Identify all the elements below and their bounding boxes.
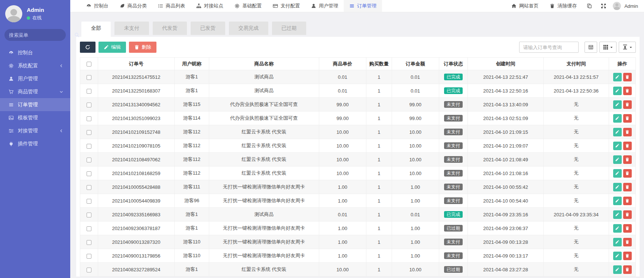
row-edit-button[interactable]: [613, 100, 622, 109]
row-checkbox[interactable]: [87, 268, 91, 272]
row-delete-button[interactable]: [623, 238, 632, 246]
row-checkbox[interactable]: [87, 254, 91, 259]
row-edit-button[interactable]: [613, 169, 622, 178]
delete-button[interactable]: 删除: [129, 42, 156, 53]
search-icon[interactable]: [74, 32, 80, 38]
created-time-cell: 2021-04-13 22:51:47: [468, 70, 543, 84]
sidebar-item-6[interactable]: 对接管理: [0, 124, 70, 137]
quantity-cell: 1: [366, 98, 392, 111]
nav-item-2[interactable]: 商品列表: [152, 0, 191, 12]
tab-4[interactable]: 交易完成: [229, 22, 268, 35]
row-edit-button[interactable]: [613, 128, 622, 136]
layout-grid-button[interactable]: [599, 42, 617, 53]
row-delete-button[interactable]: [623, 100, 632, 109]
nav-item-4[interactable]: 基础配置: [229, 0, 267, 12]
template-icon: [8, 115, 14, 120]
row-edit-button[interactable]: [613, 197, 622, 205]
row-checkbox[interactable]: [87, 75, 91, 80]
row-edit-button[interactable]: [613, 238, 622, 246]
row-checkbox[interactable]: [87, 199, 91, 204]
menu-search-input[interactable]: [9, 32, 74, 38]
sidebar-item-5[interactable]: 模板管理: [0, 111, 70, 124]
status-cell: 未支付: [439, 180, 468, 194]
row-delete-button[interactable]: [623, 169, 632, 178]
row-checkbox[interactable]: [87, 226, 91, 231]
sidebar-item-7[interactable]: 插件管理: [0, 137, 70, 150]
sidebar-item-1[interactable]: 系统配置: [0, 59, 70, 72]
row-select-cell: [80, 180, 98, 194]
row-edit-button[interactable]: [613, 252, 622, 260]
table-row-1: 202104132250168307游客1测试商品0.0110.01已完成202…: [80, 84, 636, 98]
row-delete-button[interactable]: [623, 265, 632, 274]
expand-button[interactable]: [596, 0, 611, 12]
row-checkbox[interactable]: [87, 89, 91, 94]
row-edit-button[interactable]: [613, 142, 622, 150]
row-checkbox[interactable]: [87, 144, 91, 149]
select-all-checkbox[interactable]: [87, 62, 91, 67]
tab-5[interactable]: 已过期: [272, 22, 307, 35]
unit-price-cell: 1.00: [319, 194, 366, 208]
tab-0[interactable]: 全部: [81, 22, 111, 37]
avatar[interactable]: [5, 5, 22, 22]
row-delete-button[interactable]: [623, 87, 632, 95]
row-checkbox[interactable]: [87, 185, 91, 190]
export-button[interactable]: [619, 42, 636, 53]
row-checkbox[interactable]: [87, 158, 91, 162]
order-search-input[interactable]: [519, 42, 579, 53]
nav-right-link-0[interactable]: 网站首页: [506, 0, 544, 12]
row-checkbox[interactable]: [87, 130, 91, 135]
sidebar-item-3[interactable]: 商品管理: [0, 85, 70, 98]
row-checkbox[interactable]: [87, 240, 91, 245]
row-checkbox[interactable]: [87, 171, 91, 176]
row-edit-button[interactable]: [613, 224, 622, 233]
sidebar-item-4[interactable]: 订单管理: [0, 98, 70, 111]
row-edit-button[interactable]: [613, 155, 622, 164]
row-edit-button[interactable]: [613, 210, 622, 219]
actions-cell: [609, 70, 636, 84]
tab-2[interactable]: 代发货: [153, 22, 187, 35]
nav-item-5[interactable]: 支付配置: [267, 0, 305, 12]
row-delete-button[interactable]: [623, 183, 632, 191]
tab-1[interactable]: 未支付: [114, 22, 149, 35]
filter-columns-button[interactable]: [585, 42, 597, 53]
edit-button[interactable]: 编辑: [98, 42, 126, 53]
row-delete-button[interactable]: [623, 155, 632, 164]
nickname-cell: 游客1: [175, 70, 209, 84]
amount-cell: 0.01: [392, 84, 439, 98]
chevron-left-icon: [58, 129, 64, 133]
row-checkbox[interactable]: [87, 213, 91, 217]
nav-item-3[interactable]: 对接站点: [191, 0, 229, 12]
tab-3[interactable]: 已发货: [191, 22, 225, 35]
row-delete-button[interactable]: [623, 224, 632, 233]
refresh-button[interactable]: [80, 42, 96, 53]
row-edit-button[interactable]: [613, 183, 622, 191]
nav-item-6[interactable]: 用户管理: [305, 0, 344, 12]
row-checkbox[interactable]: [87, 116, 91, 121]
row-edit-button[interactable]: [613, 265, 622, 274]
row-edit-button[interactable]: [613, 114, 622, 123]
row-delete-button[interactable]: [623, 114, 632, 123]
sidebar-item-2[interactable]: 用户管理: [0, 72, 70, 85]
row-delete-button[interactable]: [623, 210, 632, 219]
sidebar-item-0[interactable]: 控制台: [0, 46, 70, 59]
row-delete-button[interactable]: [623, 128, 632, 136]
row-edit-button[interactable]: [613, 73, 622, 81]
topnav-menu: 控制台商品分类商品列表对接站点基础配置支付配置用户管理订单管理: [81, 0, 382, 12]
copy-button[interactable]: [582, 0, 596, 12]
status-cell: 已完成: [439, 70, 468, 84]
row-edit-button[interactable]: [613, 87, 622, 95]
nav-right-link-1[interactable]: 清除缓存: [544, 0, 582, 12]
status-cell: 已完成: [439, 208, 468, 222]
row-checkbox[interactable]: [87, 103, 91, 107]
row-delete-button[interactable]: [623, 142, 632, 150]
topnav-user[interactable]: Admin: [611, 0, 644, 12]
row-delete-button[interactable]: [623, 197, 632, 205]
nav-item-0[interactable]: 控制台: [81, 0, 114, 12]
row-delete-button[interactable]: [623, 252, 632, 260]
row-delete-button[interactable]: [623, 73, 632, 81]
hamburger-menu-icon[interactable]: [70, 0, 81, 12]
nav-item-1[interactable]: 商品分类: [114, 0, 152, 12]
nav-item-7[interactable]: 订单管理: [344, 0, 382, 12]
unit-price-cell: 1.00: [319, 222, 366, 235]
nav-right-link-label: 网站首页: [519, 3, 538, 9]
